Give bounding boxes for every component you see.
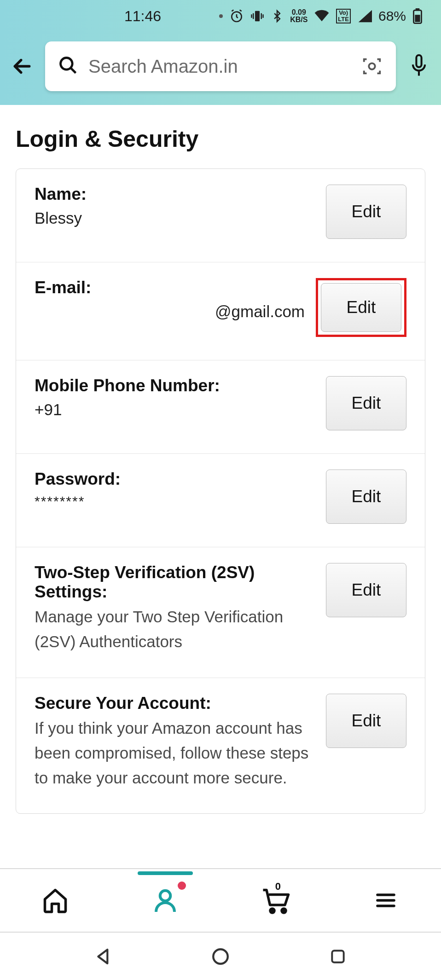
tab-menu[interactable] [370, 884, 402, 916]
row-name: Name: Blessy Edit [16, 169, 425, 262]
nav-recent-button[interactable] [324, 943, 352, 970]
voice-search-button[interactable] [405, 52, 433, 80]
name-value: Blessy [35, 207, 317, 229]
email-value: @gmail.com [35, 300, 307, 323]
camera-scan-icon[interactable] [361, 55, 383, 77]
row-password: Password: ******** Edit [16, 454, 425, 547]
edit-secure-button[interactable]: Edit [326, 694, 406, 748]
search-icon [58, 55, 78, 77]
system-nav-bar [0, 933, 441, 980]
name-label: Name: [35, 185, 317, 204]
svg-rect-3 [416, 8, 420, 10]
status-time: 11:46 [124, 8, 161, 25]
battery-percent: 68% [378, 8, 406, 24]
alarm-icon [229, 9, 244, 23]
svg-rect-1 [255, 11, 260, 22]
search-box[interactable]: Search Amazon.in [45, 41, 396, 91]
notification-dot-icon [178, 881, 186, 890]
edit-phone-button[interactable]: Edit [326, 376, 406, 430]
password-label: Password: [35, 470, 317, 489]
status-dot-icon [219, 14, 223, 18]
svg-point-9 [270, 909, 274, 913]
cart-count-badge: 0 [275, 881, 281, 893]
app-header: Search Amazon.in [0, 32, 441, 105]
bottom-tab-bar: 0 [0, 868, 441, 933]
svg-point-6 [369, 63, 375, 69]
back-button[interactable] [8, 52, 36, 80]
search-placeholder: Search Amazon.in [88, 56, 351, 77]
twosv-desc: Manage your Two Step Verification (2SV) … [35, 604, 317, 655]
svg-rect-12 [332, 951, 343, 962]
vibrate-icon [250, 9, 264, 23]
login-security-card: Name: Blessy Edit E-mail: @gmail.com Edi… [16, 168, 425, 814]
row-secure-account: Secure Your Account: If you think your A… [16, 678, 425, 814]
wifi-icon [314, 10, 330, 23]
svg-point-11 [213, 949, 228, 964]
row-email: E-mail: @gmail.com Edit [16, 262, 425, 360]
edit-2sv-button[interactable]: Edit [326, 563, 406, 617]
page-title: Login & Security [0, 105, 441, 168]
email-label: E-mail: [35, 278, 307, 297]
twosv-label: Two-Step Verification (2SV) Settings: [35, 563, 317, 602]
edit-email-button[interactable]: Edit [321, 283, 401, 332]
row-2sv: Two-Step Verification (2SV) Settings: Ma… [16, 547, 425, 678]
nav-back-button[interactable] [90, 943, 117, 970]
svg-rect-4 [415, 15, 420, 22]
svg-point-8 [160, 891, 171, 901]
svg-point-5 [61, 58, 73, 70]
edit-name-button[interactable]: Edit [326, 185, 406, 239]
svg-point-10 [282, 909, 286, 913]
edit-email-highlight: Edit [316, 278, 406, 337]
svg-rect-7 [416, 55, 421, 67]
row-phone: Mobile Phone Number: +91 Edit [16, 360, 425, 454]
tab-active-indicator-icon [138, 871, 193, 875]
phone-value: +91 [35, 398, 317, 421]
tab-account[interactable] [149, 884, 181, 916]
edit-password-button[interactable]: Edit [326, 470, 406, 524]
bluetooth-icon [271, 9, 284, 23]
nav-home-button[interactable] [207, 943, 234, 970]
data-rate: 0.09 KB/S [290, 9, 308, 23]
tab-home[interactable] [39, 884, 71, 916]
tab-cart[interactable]: 0 [260, 884, 292, 916]
secure-label: Secure Your Account: [35, 694, 317, 713]
volte-icon: Vo) LTE [336, 9, 351, 24]
battery-icon [412, 8, 423, 24]
status-bar: 11:46 0.09 KB/S Vo) LTE 68% [0, 0, 441, 32]
password-value: ******** [35, 492, 317, 511]
secure-desc: If you think your Amazon account has bee… [35, 716, 317, 791]
phone-label: Mobile Phone Number: [35, 376, 317, 395]
signal-icon [357, 10, 372, 23]
